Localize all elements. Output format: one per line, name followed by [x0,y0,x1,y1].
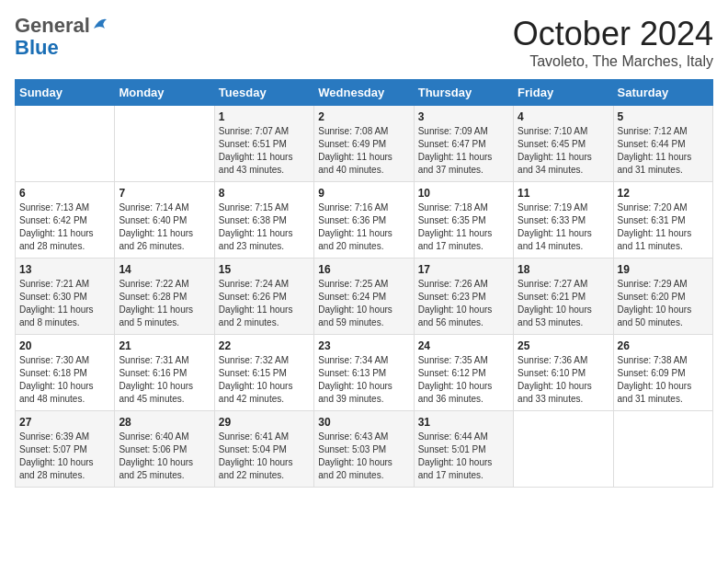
calendar-header-row: SundayMondayTuesdayWednesdayThursdayFrid… [16,80,713,106]
day-number: 7 [119,187,210,200]
calendar-cell: 24Sunrise: 7:35 AMSunset: 6:12 PMDayligh… [414,335,513,411]
day-number: 15 [219,263,310,276]
day-number: 21 [119,339,210,352]
day-header-friday: Friday [514,80,613,106]
day-number: 8 [219,187,310,200]
day-info: Sunrise: 7:25 AMSunset: 6:24 PMDaylight:… [318,278,409,329]
day-info: Sunrise: 7:34 AMSunset: 6:13 PMDaylight:… [318,354,409,406]
day-info: Sunrise: 6:39 AMSunset: 5:07 PMDaylight:… [19,431,110,482]
day-number: 13 [19,263,110,276]
logo-bird-icon [92,15,108,37]
calendar-week-row: 6Sunrise: 7:13 AMSunset: 6:42 PMDaylight… [16,182,713,259]
day-number: 19 [618,263,709,276]
day-number: 16 [318,263,409,276]
day-header-sunday: Sunday [16,80,115,106]
calendar-cell: 23Sunrise: 7:34 AMSunset: 6:13 PMDayligh… [314,335,414,411]
calendar-cell [613,411,712,488]
calendar-table: SundayMondayTuesdayWednesdayThursdayFrid… [15,79,713,488]
calendar-cell: 25Sunrise: 7:36 AMSunset: 6:10 PMDayligh… [514,335,613,411]
day-number: 14 [119,263,210,276]
calendar-cell: 4Sunrise: 7:10 AMSunset: 6:45 PMDaylight… [514,106,613,182]
month-title: October 2024 [513,15,713,53]
calendar-cell: 30Sunrise: 6:43 AMSunset: 5:03 PMDayligh… [314,411,414,488]
day-info: Sunrise: 6:43 AMSunset: 5:03 PMDaylight:… [318,431,409,482]
calendar-cell: 8Sunrise: 7:15 AMSunset: 6:38 PMDaylight… [214,182,313,259]
calendar-cell: 26Sunrise: 7:38 AMSunset: 6:09 PMDayligh… [613,335,712,411]
day-header-tuesday: Tuesday [214,80,313,106]
day-info: Sunrise: 7:16 AMSunset: 6:36 PMDaylight:… [318,201,409,253]
calendar-cell: 31Sunrise: 6:44 AMSunset: 5:01 PMDayligh… [414,411,513,488]
day-info: Sunrise: 7:10 AMSunset: 6:45 PMDaylight:… [518,125,609,177]
day-number: 4 [518,110,609,123]
day-header-thursday: Thursday [414,80,513,106]
calendar-week-row: 13Sunrise: 7:21 AMSunset: 6:30 PMDayligh… [16,259,713,335]
title-section: October 2024 Tavoleto, The Marches, Ital… [513,15,713,70]
day-info: Sunrise: 7:24 AMSunset: 6:26 PMDaylight:… [219,278,310,329]
day-info: Sunrise: 7:08 AMSunset: 6:49 PMDaylight:… [318,125,409,177]
calendar-cell: 15Sunrise: 7:24 AMSunset: 6:26 PMDayligh… [214,259,313,335]
calendar-cell: 19Sunrise: 7:29 AMSunset: 6:20 PMDayligh… [613,259,712,335]
day-number: 27 [19,416,110,429]
calendar-cell: 18Sunrise: 7:27 AMSunset: 6:21 PMDayligh… [514,259,613,335]
day-info: Sunrise: 7:36 AMSunset: 6:10 PMDaylight:… [518,354,609,406]
calendar-cell: 5Sunrise: 7:12 AMSunset: 6:44 PMDaylight… [613,106,712,182]
location-title: Tavoleto, The Marches, Italy [513,53,713,70]
day-header-monday: Monday [115,80,214,106]
calendar-week-row: 1Sunrise: 7:07 AMSunset: 6:51 PMDaylight… [16,106,713,182]
logo-blue-text: Blue [15,36,59,59]
day-info: Sunrise: 7:15 AMSunset: 6:38 PMDaylight:… [219,201,310,253]
day-header-wednesday: Wednesday [314,80,414,106]
calendar-cell [115,106,214,182]
day-info: Sunrise: 7:14 AMSunset: 6:40 PMDaylight:… [119,201,210,253]
day-info: Sunrise: 7:19 AMSunset: 6:33 PMDaylight:… [518,201,609,253]
day-number: 26 [618,339,709,352]
calendar-cell: 29Sunrise: 6:41 AMSunset: 5:04 PMDayligh… [214,411,313,488]
header: General Blue October 2024 Tavoleto, The … [15,15,713,70]
calendar-cell: 6Sunrise: 7:13 AMSunset: 6:42 PMDaylight… [16,182,115,259]
day-info: Sunrise: 7:20 AMSunset: 6:31 PMDaylight:… [618,201,709,253]
day-info: Sunrise: 7:35 AMSunset: 6:12 PMDaylight:… [418,354,509,406]
day-info: Sunrise: 7:13 AMSunset: 6:42 PMDaylight:… [19,201,110,253]
day-number: 5 [618,110,709,123]
day-info: Sunrise: 6:40 AMSunset: 5:06 PMDaylight:… [119,431,210,482]
day-number: 18 [518,263,609,276]
calendar-cell: 3Sunrise: 7:09 AMSunset: 6:47 PMDaylight… [414,106,513,182]
day-info: Sunrise: 7:26 AMSunset: 6:23 PMDaylight:… [418,278,509,329]
calendar-cell: 9Sunrise: 7:16 AMSunset: 6:36 PMDaylight… [314,182,414,259]
calendar-cell: 20Sunrise: 7:30 AMSunset: 6:18 PMDayligh… [16,335,115,411]
day-info: Sunrise: 7:32 AMSunset: 6:15 PMDaylight:… [219,354,310,406]
day-number: 20 [19,339,110,352]
calendar-cell: 27Sunrise: 6:39 AMSunset: 5:07 PMDayligh… [16,411,115,488]
day-info: Sunrise: 7:38 AMSunset: 6:09 PMDaylight:… [618,354,709,406]
day-number: 17 [418,263,509,276]
calendar-cell: 7Sunrise: 7:14 AMSunset: 6:40 PMDaylight… [115,182,214,259]
calendar-cell: 28Sunrise: 6:40 AMSunset: 5:06 PMDayligh… [115,411,214,488]
calendar-cell [16,106,115,182]
calendar-cell: 12Sunrise: 7:20 AMSunset: 6:31 PMDayligh… [613,182,712,259]
day-number: 30 [318,416,409,429]
calendar-week-row: 27Sunrise: 6:39 AMSunset: 5:07 PMDayligh… [16,411,713,488]
calendar-cell: 14Sunrise: 7:22 AMSunset: 6:28 PMDayligh… [115,259,214,335]
day-info: Sunrise: 7:09 AMSunset: 6:47 PMDaylight:… [418,125,509,177]
day-info: Sunrise: 7:30 AMSunset: 6:18 PMDaylight:… [19,354,110,406]
day-info: Sunrise: 7:12 AMSunset: 6:44 PMDaylight:… [618,125,709,177]
calendar-cell: 17Sunrise: 7:26 AMSunset: 6:23 PMDayligh… [414,259,513,335]
calendar-cell: 2Sunrise: 7:08 AMSunset: 6:49 PMDaylight… [314,106,414,182]
calendar-week-row: 20Sunrise: 7:30 AMSunset: 6:18 PMDayligh… [16,335,713,411]
calendar-cell [514,411,613,488]
day-number: 22 [219,339,310,352]
day-info: Sunrise: 7:27 AMSunset: 6:21 PMDaylight:… [518,278,609,329]
day-number: 28 [119,416,210,429]
day-info: Sunrise: 7:29 AMSunset: 6:20 PMDaylight:… [618,278,709,329]
day-info: Sunrise: 7:22 AMSunset: 6:28 PMDaylight:… [119,278,210,329]
day-info: Sunrise: 7:18 AMSunset: 6:35 PMDaylight:… [418,201,509,253]
day-number: 6 [19,187,110,200]
day-info: Sunrise: 7:31 AMSunset: 6:16 PMDaylight:… [119,354,210,406]
day-number: 11 [518,187,609,200]
day-number: 31 [418,416,509,429]
day-info: Sunrise: 6:41 AMSunset: 5:04 PMDaylight:… [219,431,310,482]
day-number: 29 [219,416,310,429]
day-number: 10 [418,187,509,200]
calendar-cell: 1Sunrise: 7:07 AMSunset: 6:51 PMDaylight… [214,106,313,182]
day-number: 25 [518,339,609,352]
